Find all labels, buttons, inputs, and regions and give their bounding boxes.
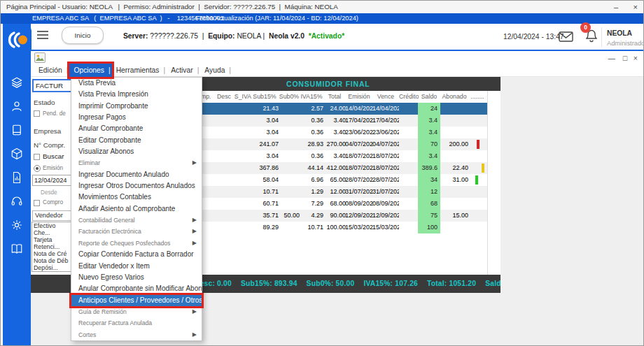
header-divider xyxy=(601,27,602,47)
menu-opciones[interactable]: Opciones| xyxy=(69,64,111,77)
menu-item[interactable]: Movimientos Contables xyxy=(71,192,202,203)
cell-vence: 17/04/2023 xyxy=(372,115,399,127)
home-button[interactable]: Inicio xyxy=(62,27,104,44)
column-header-desc[interactable]: Desc xyxy=(215,91,233,103)
server-label: Server: xyxy=(123,32,148,40)
column-header-dots[interactable]: ........ xyxy=(468,91,486,103)
cell-saldo: 75 xyxy=(418,210,440,222)
cell-iva15: 4.29 xyxy=(300,210,323,222)
cell-iva15: 0.36 xyxy=(300,127,323,138)
user-name[interactable]: NEOLA xyxy=(607,29,632,37)
payment-method-item[interactable]: Efectivo xyxy=(32,222,73,229)
payment-method-item[interactable]: Retenci... xyxy=(32,243,73,250)
submenu-arrow-icon: ▶ xyxy=(192,226,197,237)
menu-item[interactable]: Editar Vendedor x Item xyxy=(71,261,202,272)
menu-edicion[interactable]: Edición| xyxy=(34,64,69,77)
menu-item[interactable]: Copiar Contenido Factura a Borrador xyxy=(71,249,202,260)
menu-item[interactable]: Anular Comprobante sin Modificar Abonos xyxy=(71,283,202,294)
menu-item[interactable]: Anticipos Clientes / Proveedores / Otros xyxy=(71,295,202,306)
menu-item[interactable]: Visualizar Abonos xyxy=(71,146,202,157)
cell-iva15: 7.29 xyxy=(300,198,323,210)
cell-emision: 14/04/2023 xyxy=(345,103,373,115)
ncompr-label: N° Compr. xyxy=(34,141,65,149)
menu-item[interactable]: Cortes▶ xyxy=(71,329,202,340)
cell-emision: 23/06/2023 xyxy=(345,127,373,138)
cell-emision: 17/04/2023 xyxy=(345,115,373,127)
payment-method-item[interactable]: Nota de Déb xyxy=(32,257,73,264)
compro-checkbox-label: Compro xyxy=(43,199,63,206)
package-icon[interactable] xyxy=(10,147,23,160)
menu-item[interactable]: Vista Previa xyxy=(71,78,202,89)
menu-item[interactable]: Ingresar Pagos xyxy=(71,112,202,123)
notebook-icon[interactable] xyxy=(10,124,23,136)
menu-activar[interactable]: Activar| xyxy=(167,64,200,77)
menu-item[interactable]: Anular Comprobante xyxy=(71,123,202,134)
gear-icon[interactable] xyxy=(10,219,23,231)
cell-iva15: 10.71 xyxy=(300,222,323,233)
opciones-dropdown-menu: Vista PreviaVista Previa ImpresiónImprim… xyxy=(71,77,202,341)
date-from-input[interactable]: 12/04/2024 xyxy=(32,175,74,186)
cell-emision: 18/07/2023 xyxy=(345,150,373,162)
cell-saldo: 24 xyxy=(418,103,440,115)
emision-radio[interactable] xyxy=(34,165,41,172)
hamburger-menu-icon[interactable] xyxy=(37,31,48,39)
window-close-button[interactable]: × xyxy=(634,1,638,13)
column-header-saldo[interactable]: Saldo xyxy=(418,91,440,103)
child-minimize-button[interactable]: — xyxy=(608,54,616,62)
column-header-total[interactable]: Total xyxy=(323,91,346,103)
column-header-abonado[interactable]: Abonado xyxy=(440,91,468,103)
menu-item[interactable]: Facturación Electrónica▶ xyxy=(71,226,202,237)
app-version: Neola v2.0 xyxy=(269,32,304,40)
menu-item[interactable]: Ingresar Otros Documentos Anulados xyxy=(71,180,202,192)
user-icon[interactable] xyxy=(10,100,23,113)
table-scrollbar[interactable] xyxy=(487,91,500,275)
payment-method-item[interactable]: Nota de Cré xyxy=(32,250,73,257)
menu-ayuda[interactable]: Ayuda| xyxy=(200,64,232,77)
submenu-arrow-icon: ▶ xyxy=(192,238,197,249)
column-header-siva[interactable]: S_IVA xyxy=(233,91,253,103)
abono-status-marker-yellow xyxy=(482,164,484,173)
menu-item[interactable]: Imprimir Comprobante xyxy=(71,101,202,112)
cell-vence: 31/07/2023 xyxy=(372,186,399,198)
menu-item[interactable]: Guía de Remisión▶ xyxy=(71,306,202,317)
vendedor-select[interactable]: Vendedor xyxy=(32,210,74,221)
menu-item[interactable]: Vista Previa Impresión xyxy=(71,89,202,100)
payment-method-item[interactable]: Depósi... xyxy=(32,264,73,271)
column-header-iva15[interactable]: IVA15% xyxy=(300,91,323,103)
mail-icon[interactable] xyxy=(559,31,573,42)
pend-checkbox[interactable] xyxy=(34,110,40,117)
window-minimize-button[interactable]: – xyxy=(614,1,618,13)
column-header-sub15[interactable]: Sub15% xyxy=(251,91,279,103)
layers-icon[interactable] xyxy=(10,76,23,89)
payment-method-item[interactable]: Che... xyxy=(32,229,73,236)
buscar-checkbox[interactable] xyxy=(34,154,40,160)
menu-item[interactable]: Contabilidad General▶ xyxy=(71,215,202,226)
column-header-vence[interactable]: Vence xyxy=(372,91,399,103)
menu-item[interactable]: Reporte de Cheques Posfechados▶ xyxy=(71,238,202,249)
column-header-credito[interactable]: Crédito xyxy=(399,91,419,103)
menu-herramientas[interactable]: Herramientas| xyxy=(112,64,167,77)
notification-badge: 0 xyxy=(580,22,591,33)
menu-item[interactable]: Recuperar Factura Anulada xyxy=(71,317,202,329)
cell-emision: 12/09/2023 xyxy=(345,210,373,222)
menu-item[interactable]: Añadir Asiento al Comprobante xyxy=(71,203,202,215)
report-icon[interactable] xyxy=(10,171,23,184)
child-restore-button[interactable]: □ xyxy=(623,54,627,62)
book-icon[interactable] xyxy=(10,243,23,255)
menu-item[interactable]: Editar Comprobante xyxy=(71,135,202,146)
abono-status-marker-green xyxy=(475,175,478,185)
sidebar xyxy=(3,24,31,346)
menu-item[interactable]: Nuevo Egreso Varios xyxy=(71,272,202,283)
compro-checkbox[interactable] xyxy=(34,200,40,206)
menu-item[interactable]: Eliminar▶ xyxy=(71,157,202,168)
cell-saldo: 3.4 xyxy=(418,115,440,127)
menu-item[interactable]: Ingresar Documento Anulado xyxy=(71,169,202,180)
headset-icon[interactable] xyxy=(10,195,23,208)
column-header-emision[interactable]: Emisión xyxy=(345,91,373,103)
cell-saldo: 70 xyxy=(418,138,440,150)
payment-method-item[interactable]: Tarjeta xyxy=(32,236,73,243)
payment-method-list[interactable]: EfectivoChe...TarjetaRetenci...Nota de C… xyxy=(31,222,74,272)
child-close-button[interactable]: × xyxy=(634,54,638,62)
cell-vence: 18/07/2023 xyxy=(372,150,399,162)
column-header-sub0[interactable]: Sub0% xyxy=(279,91,300,103)
